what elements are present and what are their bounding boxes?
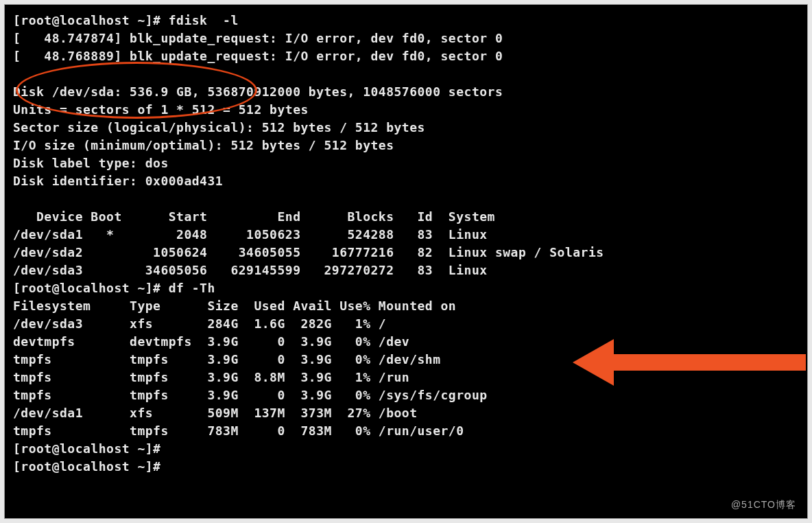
df-row: tmpfs tmpfs 3.9G 0 3.9G 0% /dev/shm [13,352,441,367]
sector-size: Sector size (logical/physical): 512 byte… [13,120,425,135]
terminal-output[interactable]: [root@localhost ~]# fdisk -l [ 48.747874… [13,12,807,476]
disk-id: Disk identifier: 0x000ad431 [13,174,223,188]
disk-header: Disk /dev/sda: 536.9 GB, 536870912000 by… [13,84,503,99]
df-row: devtmpfs devtmpfs 3.9G 0 3.9G 0% /dev [13,334,409,349]
prompt-empty: [root@localhost ~]# [13,441,160,456]
parts-header: Device Boot Start End Blocks Id System [13,209,495,224]
partition-row: /dev/sda1 * 2048 1050623 524288 83 Linux [13,227,488,242]
cmd-fdisk: [root@localhost ~]# fdisk -l [13,13,239,27]
watermark-text: @51CTO博客 [731,499,796,511]
prompt-empty: [root@localhost ~]# [13,459,160,474]
partition-row: /dev/sda2 1050624 34605055 16777216 82 L… [13,245,604,259]
df-row: /dev/sda3 xfs 284G 1.6G 282G 1% / [13,316,386,331]
kernel-msg: [ 48.747874] blk_update_request: I/O err… [13,31,503,45]
df-row: tmpfs tmpfs 3.9G 0 3.9G 0% /sys/fs/cgrou… [13,388,488,402]
df-row: /dev/sda1 xfs 509M 137M 373M 27% /boot [13,406,418,420]
cmd-df: [root@localhost ~]# df -Th [13,281,215,295]
df-row: tmpfs tmpfs 3.9G 8.8M 3.9G 1% /run [13,370,409,384]
kernel-msg: [ 48.768889] blk_update_request: I/O err… [13,49,503,63]
terminal-window: [root@localhost ~]# fdisk -l [ 48.747874… [4,4,808,519]
io-size: I/O size (minimum/optimal): 512 bytes / … [13,138,394,152]
disk-units: Units = sectors of 1 * 512 = 512 bytes [13,102,309,117]
disk-label: Disk label type: dos [13,156,169,170]
df-header: Filesystem Type Size Used Avail Use% Mou… [13,299,456,313]
df-row: tmpfs tmpfs 783M 0 783M 0% /run/user/0 [13,423,464,438]
partition-row: /dev/sda3 34605056 629145599 297270272 8… [13,263,488,277]
